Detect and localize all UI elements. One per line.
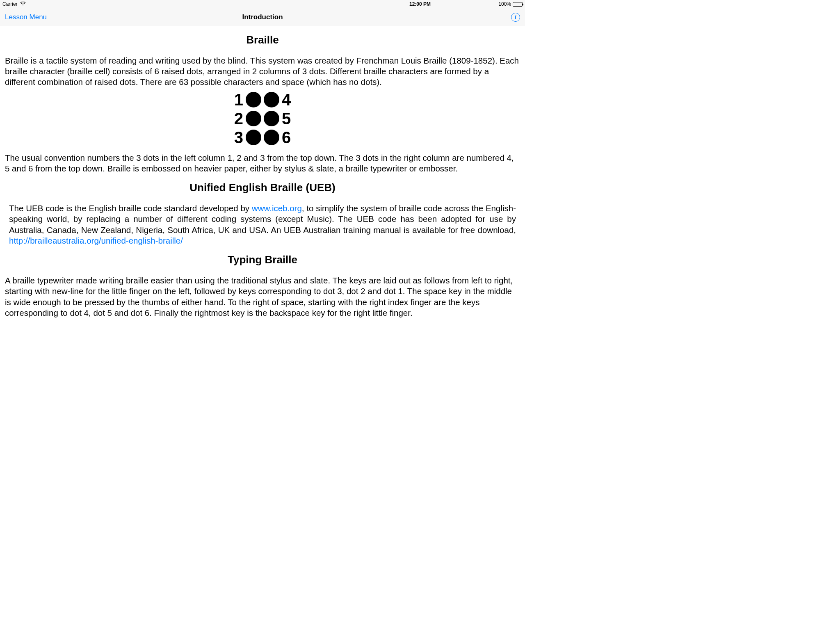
dot-label-3: 3 (234, 129, 244, 146)
dot-label-4: 4 (281, 91, 291, 108)
dot-4-icon (264, 92, 279, 107)
braille-cell-figure: 1 4 2 5 3 6 (5, 90, 520, 147)
content-area[interactable]: Braille Braille is a tactile system of r… (0, 26, 525, 394)
iceb-link[interactable]: www.iceb.org (252, 203, 302, 213)
dot-2-icon (246, 111, 261, 126)
dot-label-5: 5 (281, 110, 291, 127)
nav-bar: Lesson Menu Introduction i (0, 8, 525, 26)
dot-1-icon (246, 92, 261, 107)
braille-australia-link[interactable]: http://brailleaustralia.org/unified-engl… (9, 236, 183, 245)
status-left: Carrier (2, 1, 26, 7)
dot-label-6: 6 (281, 129, 291, 146)
page-title: Introduction (242, 13, 283, 21)
wifi-icon (20, 1, 26, 7)
braille-intro-paragraph: Braille is a tactile system of reading a… (5, 55, 520, 88)
section-heading-braille: Braille (5, 34, 520, 46)
ueb-paragraph: The UEB code is the English braille code… (5, 203, 520, 246)
dot-3-icon (246, 130, 261, 145)
status-right: 100% (498, 1, 523, 7)
ueb-text-1: The UEB code is the English braille code… (9, 203, 252, 213)
dot-label-2: 2 (234, 110, 244, 127)
info-button[interactable]: i (511, 13, 520, 22)
braille-convention-paragraph: The usual convention numbers the 3 dots … (5, 153, 520, 174)
battery-pct: 100% (498, 1, 511, 7)
dot-6-icon (264, 130, 279, 145)
status-bar: Carrier 12:00 PM 100% (0, 0, 525, 8)
typing-paragraph: A braille typewriter made writing braill… (5, 275, 520, 318)
section-heading-ueb: Unified English Braille (UEB) (5, 181, 520, 194)
dot-label-1: 1 (234, 91, 244, 108)
status-time: 12:00 PM (409, 1, 431, 7)
section-heading-typing: Typing Braille (5, 253, 520, 266)
battery-icon (513, 2, 523, 7)
back-button[interactable]: Lesson Menu (5, 13, 47, 21)
dot-5-icon (264, 111, 279, 126)
info-icon: i (511, 13, 520, 22)
carrier-label: Carrier (2, 1, 18, 7)
